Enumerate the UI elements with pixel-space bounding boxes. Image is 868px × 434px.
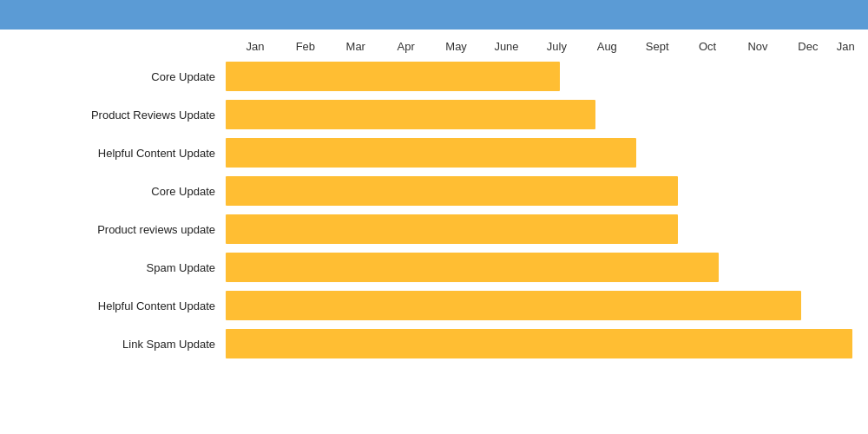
bar-area [226,213,842,246]
row-label: Product reviews update [9,223,226,236]
month-label-jan-12: Jan [833,40,858,53]
month-axis: JanFebMarAprMayJuneJulyAugSeptOctNovDecJ… [230,40,842,53]
month-label-may-4: May [431,40,482,53]
chart-row: Spam Update [9,251,842,284]
row-label: Core Update [9,70,226,83]
chart-row: Helpful Content Update [9,289,842,322]
month-label-mar-2: Mar [331,40,381,53]
bar-area [226,174,842,207]
bar [226,138,636,168]
row-label: Core Update [9,185,226,198]
row-label: Helpful Content Update [9,147,226,160]
header [0,0,868,30]
bar-area [226,327,842,360]
bar [226,176,678,206]
bar-area [226,136,842,169]
month-label-dec-11: Dec [783,40,833,53]
chart-row: Core Update [9,174,842,207]
chart-row: Core Update [9,60,842,93]
bar [226,62,560,91]
bar-area [226,60,842,93]
month-label-june-5: June [482,40,532,53]
month-label-feb-1: Feb [280,40,331,53]
chart-row: Product Reviews Update [9,98,842,131]
bar-area [226,98,842,131]
chart-row: Link Spam Update [9,327,842,360]
bar-area [226,289,842,322]
row-label: Product Reviews Update [9,108,226,122]
bar [226,214,678,244]
row-label: Helpful Content Update [9,299,226,312]
bar [226,253,719,282]
bar [226,329,852,358]
month-label-sept-8: Sept [632,40,682,53]
rows-area: Core UpdateProduct Reviews UpdateHelpful… [9,60,842,360]
month-label-nov-10: Nov [733,40,783,53]
bar [226,291,801,320]
row-label: Spam Update [9,261,226,274]
month-label-jan-0: Jan [230,40,280,53]
chart-row: Helpful Content Update [9,136,842,169]
month-label-aug-7: Aug [582,40,632,53]
month-label-july-6: July [531,40,582,53]
month-label-oct-9: Oct [682,40,733,53]
chart-container: JanFebMarAprMayJuneJulyAugSeptOctNovDecJ… [0,30,868,369]
chart-row: Product reviews update [9,213,842,246]
row-label: Link Spam Update [9,338,226,351]
bar [226,100,595,129]
month-label-apr-3: Apr [381,40,431,53]
bar-area [226,251,842,284]
